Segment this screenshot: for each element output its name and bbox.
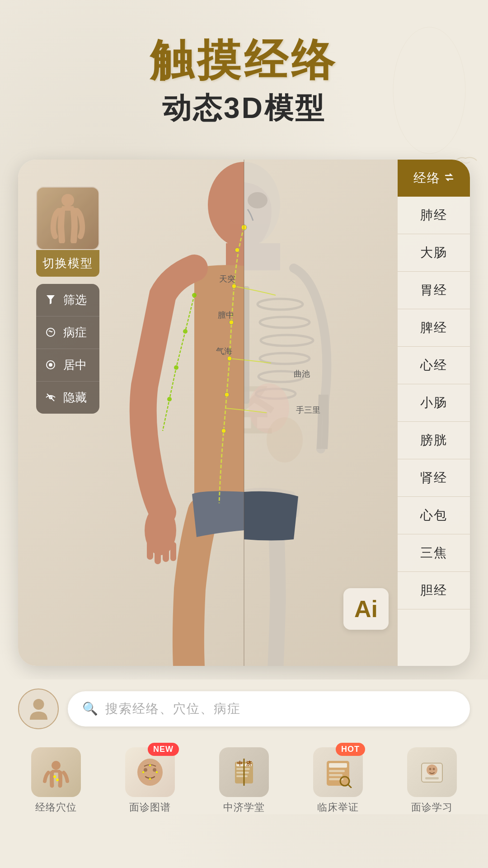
switch-model-button[interactable]: 切换模型 bbox=[36, 250, 99, 277]
svg-point-40 bbox=[47, 328, 55, 336]
nav-item-face[interactable]: NEW 面诊图谱 bbox=[103, 747, 197, 814]
nav-label-meridian: 经络穴位 bbox=[35, 801, 77, 814]
nav-item-study[interactable]: 中 济 中济学堂 bbox=[197, 747, 291, 814]
svg-text:膻中: 膻中 bbox=[218, 311, 234, 320]
svg-rect-66 bbox=[329, 770, 345, 772]
svg-point-28 bbox=[192, 293, 197, 297]
svg-point-50 bbox=[137, 759, 163, 786]
svg-point-24 bbox=[229, 320, 234, 325]
search-area: 🔍 搜索经络、穴位、病症 bbox=[0, 679, 488, 738]
nav-label-face: 面诊图谱 bbox=[129, 801, 171, 814]
hide-control[interactable]: 隐藏 bbox=[36, 382, 99, 414]
meridian-item-pijing[interactable]: 脾经 bbox=[398, 309, 470, 347]
meridian-item-feijing[interactable]: 肺经 bbox=[398, 197, 470, 234]
search-placeholder: 搜索经络、穴位、病症 bbox=[105, 700, 241, 717]
svg-text:中: 中 bbox=[237, 760, 243, 767]
svg-text:曲池: 曲池 bbox=[294, 369, 310, 378]
svg-point-13 bbox=[260, 317, 310, 328]
meridian-item-xinjing[interactable]: 心经 bbox=[398, 347, 470, 384]
svg-point-29 bbox=[183, 329, 188, 334]
center-icon bbox=[43, 358, 58, 372]
switch-icon bbox=[444, 171, 454, 185]
svg-point-30 bbox=[174, 365, 178, 370]
svg-line-44 bbox=[47, 394, 54, 401]
svg-rect-11 bbox=[244, 243, 280, 270]
svg-rect-60 bbox=[236, 772, 249, 774]
svg-point-55 bbox=[149, 764, 151, 766]
body-model[interactable]: 天突 膻中 气海 曲池 手三里 bbox=[104, 160, 384, 666]
bottom-nav: 经络穴位 NEW 面诊图谱 bbox=[0, 738, 488, 814]
filter-icon bbox=[43, 292, 58, 307]
svg-text:济: 济 bbox=[246, 760, 252, 767]
left-panel: 切换模型 筛选 病症 bbox=[36, 187, 99, 414]
nav-item-face-study[interactable]: 面诊学习 bbox=[385, 747, 479, 814]
search-icon: 🔍 bbox=[82, 701, 98, 716]
search-bar[interactable]: 🔍 搜索经络、穴位、病症 bbox=[68, 691, 470, 726]
svg-rect-7 bbox=[163, 540, 169, 562]
nav-label-study: 中济学堂 bbox=[223, 801, 265, 814]
svg-point-23 bbox=[232, 284, 236, 288]
filter-control[interactable]: 筛选 bbox=[36, 284, 99, 316]
sub-title: 动态3D模型 bbox=[18, 89, 470, 128]
meridian-item-shenjing[interactable]: 肾经 bbox=[398, 459, 470, 497]
center-control[interactable]: 居中 bbox=[36, 349, 99, 382]
svg-point-22 bbox=[235, 248, 239, 252]
disease-control[interactable]: 病症 bbox=[36, 316, 99, 349]
nav-item-clinical[interactable]: HOT 临床举证 bbox=[291, 747, 385, 814]
meridian-header[interactable]: 经络 bbox=[398, 160, 470, 197]
svg-point-42 bbox=[49, 363, 52, 366]
svg-point-52 bbox=[153, 768, 156, 772]
meridian-item-xiaochang[interactable]: 小肠 bbox=[398, 384, 470, 422]
right-panel: 经络 肺经 大肠 胃经 脾经 心经 小肠 膀胱 肾经 心包 三焦 胆经 bbox=[398, 160, 470, 666]
header-section: 触摸经络 动态3D模型 bbox=[0, 0, 488, 146]
meridian-item-xinbao[interactable]: 心包 bbox=[398, 497, 470, 534]
meridian-item-weijing[interactable]: 胃经 bbox=[398, 272, 470, 309]
svg-rect-61 bbox=[236, 775, 248, 777]
model-thumbnail[interactable] bbox=[36, 187, 99, 250]
svg-rect-75 bbox=[425, 777, 439, 779]
svg-point-26 bbox=[225, 392, 229, 397]
meridian-item-sanjiao[interactable]: 三焦 bbox=[398, 534, 470, 572]
svg-point-25 bbox=[227, 356, 232, 361]
svg-line-70 bbox=[348, 784, 351, 788]
meridian-list: 肺经 大肠 胃经 脾经 心经 小肠 膀胱 肾经 心包 三焦 胆经 bbox=[398, 197, 470, 666]
new-badge: NEW bbox=[148, 743, 179, 756]
svg-point-45 bbox=[33, 699, 44, 710]
svg-rect-6 bbox=[155, 542, 161, 564]
svg-rect-67 bbox=[329, 774, 343, 776]
ai-badge: Ai bbox=[343, 588, 389, 630]
svg-point-53 bbox=[142, 771, 145, 773]
avatar-icon[interactable] bbox=[18, 689, 59, 729]
svg-text:气海: 气海 bbox=[216, 347, 232, 356]
app-card: 经 bbox=[18, 160, 470, 666]
svg-point-10 bbox=[248, 192, 267, 208]
meridian-item-dachang[interactable]: 大肠 bbox=[398, 234, 470, 272]
svg-point-38 bbox=[61, 194, 74, 207]
nav-icon-study: 中 济 bbox=[219, 747, 269, 797]
hot-badge: HOT bbox=[336, 743, 365, 756]
hide-icon bbox=[43, 390, 58, 405]
svg-point-20 bbox=[267, 417, 303, 462]
svg-text:天突: 天突 bbox=[219, 274, 235, 283]
svg-rect-65 bbox=[329, 763, 347, 768]
svg-rect-5 bbox=[147, 539, 153, 560]
nav-label-clinical: 临床举证 bbox=[317, 801, 359, 814]
nav-icon-meridian bbox=[31, 747, 81, 797]
main-title: 触摸经络 bbox=[18, 36, 470, 84]
svg-point-31 bbox=[167, 397, 172, 401]
svg-point-12 bbox=[258, 299, 303, 310]
svg-point-14 bbox=[261, 335, 313, 346]
nav-icon-face-study bbox=[407, 747, 457, 797]
svg-point-46 bbox=[52, 761, 61, 770]
svg-point-74 bbox=[433, 768, 435, 770]
svg-point-48 bbox=[53, 775, 56, 778]
svg-point-51 bbox=[144, 768, 147, 772]
meridian-item-danjing[interactable]: 胆经 bbox=[398, 572, 470, 609]
meridian-item-pangguang[interactable]: 膀胱 bbox=[398, 422, 470, 459]
svg-point-54 bbox=[156, 771, 158, 773]
svg-rect-8 bbox=[170, 542, 176, 561]
nav-item-meridian[interactable]: 经络穴位 bbox=[9, 747, 103, 814]
svg-point-49 bbox=[56, 778, 59, 781]
svg-text:手三里: 手三里 bbox=[296, 406, 320, 415]
nav-label-face-study: 面诊学习 bbox=[411, 801, 453, 814]
